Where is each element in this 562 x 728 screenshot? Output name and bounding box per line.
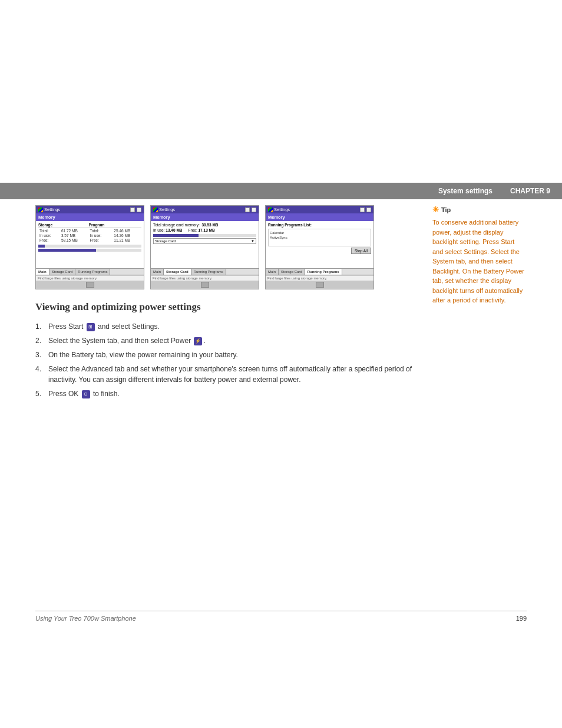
storage-col-header: Storage [38,223,60,228]
footer-page-number: 199 [516,615,527,622]
storage-table-1: Storage Program Total: 61.72 MB Total: 2… [38,223,141,242]
table-row: Total: 61.72 MB Total: 25.46 MB [38,228,141,233]
screenshot-3-tabs: Main Storage Card Running Programs [266,268,373,275]
stop-all-button[interactable]: Stop All [351,248,371,254]
footer-left-text: Using Your Treo 700w Smartphone [35,615,136,622]
step-3-text: On the Battery tab, view the power remai… [48,350,238,360]
titlebar-logo-1: Settings [38,207,60,212]
header-chapter: System settings CHAPTER 9 [438,187,550,195]
screenshot-1-tabs: Main Storage Card Running Programs [36,268,144,275]
screenshot-2-footer: Find large files using storage memory. [151,275,259,281]
tab-storage-card-2[interactable]: Storage Card [164,269,191,275]
list-item: 5. Press OK ⊙ to finish. [35,388,421,399]
screenshot-1-body: Storage Program Total: 61.72 MB Total: 2… [36,221,144,268]
screenshot-1-titlebar: Settings [36,206,144,213]
screenshot-3-body: Running Programs List: Calendar ActiveSy… [266,221,373,268]
section-heading: Viewing and optimizing power settings [35,301,421,313]
footer-bar: Using Your Treo 700w Smartphone 199 [35,611,527,622]
row3-prog-val: 11.21 MB [113,238,141,242]
menu-icon-1 [86,282,94,288]
step-num-2: 2. [35,335,45,346]
screenshot-2-icons [244,207,256,212]
close-icon-1 [137,207,141,212]
storage-progress-bar [38,245,45,248]
row1-storage: 61.72 MB [60,228,89,233]
screenshot-2-section: Memory [151,213,259,221]
row2-storage: 3.57 MB [60,233,89,238]
content-left: Viewing and optimizing power settings 1.… [35,301,421,399]
windows-flag-icon-2 [153,207,158,212]
table-row: Free: 58.15 MB Free: 11.21 MB [38,238,141,242]
step-num-1: 1. [35,321,45,332]
running-programs-list: Calendar ActiveSync [268,229,371,246]
tab-main-3[interactable]: Main [266,269,279,275]
screenshot-3-footer-bar [266,281,373,289]
step-4-text: Select the Advanced tab and set whether … [48,364,421,385]
row1-prog-label: Total: [89,228,113,233]
row1-label: Total: [38,228,60,233]
step-num-4: 4. [35,364,45,374]
storage-card-dropdown[interactable]: Storage Card ▼ [153,238,256,244]
ok-icon-2 [245,207,250,212]
power-icon: ⚡ [194,337,202,345]
screenshot-1-section: Memory [36,213,144,221]
program-progress-bar [38,249,96,252]
screenshot-1-footer-bar [36,281,144,289]
free-label-2: Free: 17.13 MB [189,228,215,232]
tab-main-1[interactable]: Main [36,269,49,275]
screenshot-2: Settings Memory Total storage card memor… [150,205,259,289]
program-col-header-2: Program [89,223,113,228]
screenshot-2-title: Settings [159,207,175,212]
running-programs-header: Running Programs List: [268,223,371,227]
start-icon: ⊞ [87,323,95,331]
header-bar: System settings CHAPTER 9 [0,183,562,199]
dropdown-value: Storage Card [155,239,176,243]
row3-prog-label: Free: [89,238,113,242]
step-1-text: Press Start ⊞ and select Settings. [48,321,160,332]
row2-label: In use: [38,233,60,238]
tab-storage-card-1[interactable]: Storage Card [49,269,76,275]
row3-label: Free: [38,238,60,242]
step-num-3: 3. [35,350,45,360]
tab-running-2[interactable]: Running Programs [191,269,226,275]
tab-storage-card-3[interactable]: Storage Card [279,269,305,275]
storage-progress-container [38,245,141,248]
dropdown-arrow-icon: ▼ [251,239,254,243]
titlebar-logo-2: Settings [153,207,175,212]
tab-running-3[interactable]: Running Programs [305,269,342,275]
storage-card-progress-bar [153,234,199,237]
close-icon-3 [366,207,371,212]
list-item: 4. Select the Advanced tab and set wheth… [35,364,421,385]
windows-flag-icon-3 [268,207,273,212]
header-chapter-label: CHAPTER 9 [510,187,550,195]
total-storage-label: Total storage card memory: 30.53 MB [153,223,256,227]
in-use-label-2: In use: 13.40 MB [153,228,183,232]
ok-icon-1 [130,207,135,212]
screenshot-3-title: Settings [274,207,290,212]
tab-running-1[interactable]: Running Programs [75,269,110,275]
row1-prog-val: 25.46 MB [113,228,141,233]
list-item: 2. Select the System tab, and then selec… [35,335,421,346]
windows-flag-icon-1 [38,207,43,212]
list-item: ActiveSync [270,235,369,240]
header-section-title: System settings [438,187,492,195]
screenshot-1-footer: Find large files using storage memory. [36,275,144,281]
row2-prog-label: In use: [89,233,113,238]
screenshot-2-tabs: Main Storage Card Running Programs [151,268,259,275]
steps-list: 1. Press Start ⊞ and select Settings. 2.… [35,321,421,399]
program-col-header [60,223,89,228]
storage-stats-2: In use: 13.40 MB Free: 17.13 MB [153,228,256,232]
list-item: 3. On the Battery tab, view the power re… [35,350,421,360]
ok-btn-icon: ⊙ [82,390,90,398]
screenshot-3-titlebar: Settings [266,206,373,213]
table-row: In use: 3.57 MB In use: 14.26 MB [38,233,141,238]
menu-icon-2 [201,282,209,288]
screenshot-2-titlebar: Settings [151,206,259,213]
list-item: 1. Press Start ⊞ and select Settings. [35,321,421,332]
screenshots-row: Settings Memory Storage Program [35,205,527,289]
close-icon-2 [252,207,256,212]
step-5-text: Press OK ⊙ to finish. [48,388,120,399]
screenshot-3-footer: Find large files using storage memory. [266,275,373,281]
screenshot-3: Settings Memory Running Programs List: C… [265,205,374,289]
tab-main-2[interactable]: Main [151,269,164,275]
